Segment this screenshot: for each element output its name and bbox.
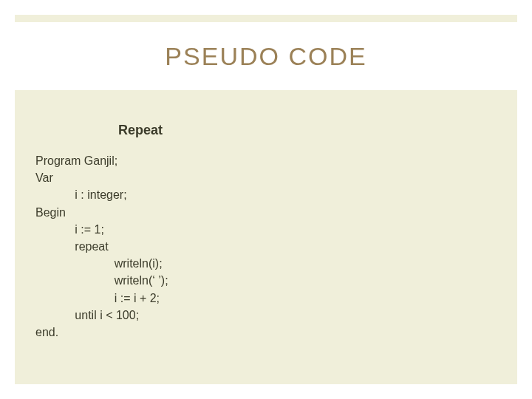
title-band: PSEUDO CODE: [15, 22, 517, 90]
slide: PSEUDO CODE Repeat Program Ganjil; Var i…: [15, 15, 517, 384]
section-subtitle: Repeat: [118, 123, 163, 138]
page-title: PSEUDO CODE: [165, 42, 366, 71]
pseudocode-block: Program Ganjil; Var i : integer; Begin i…: [35, 152, 168, 341]
